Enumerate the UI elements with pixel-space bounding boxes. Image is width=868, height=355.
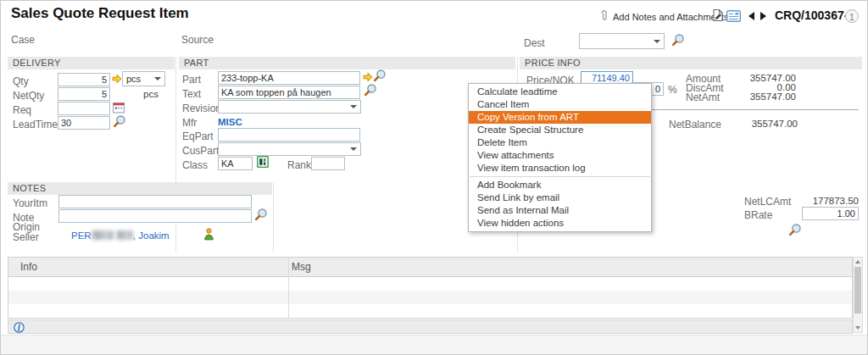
- menu-item-calculate-leadtime[interactable]: Calculate leadtime: [469, 86, 651, 98]
- table-header: Info Msg: [8, 258, 852, 277]
- discount-unit-label: %: [668, 84, 677, 96]
- class-input[interactable]: [218, 157, 253, 170]
- note-input[interactable]: [58, 209, 252, 223]
- netlcamt-value: 177873.50: [789, 196, 859, 206]
- part-search-icon[interactable]: [372, 69, 387, 83]
- dest-combobox[interactable]: [579, 33, 665, 49]
- table-row[interactable]: [8, 304, 852, 318]
- netamt-value: 355747.00: [726, 92, 796, 102]
- seller-link[interactable]: PER , Joakim: [71, 230, 170, 241]
- netamt-label: NetAmt: [686, 92, 720, 103]
- youritm-label: YourItm: [13, 197, 47, 209]
- column-header-info[interactable]: Info: [20, 261, 37, 273]
- notes-section-header: NOTES: [8, 182, 272, 195]
- seller-label: Seller: [13, 231, 39, 243]
- info-icon[interactable]: [14, 322, 25, 333]
- revision-label: Revision: [182, 103, 221, 114]
- chevron-down-icon: [154, 77, 161, 80]
- column-header-msg[interactable]: Msg: [292, 261, 311, 273]
- revision-combobox[interactable]: [218, 100, 361, 114]
- attachments-panel-icon[interactable]: [726, 10, 741, 22]
- netqty-unit: pcs: [143, 89, 159, 99]
- menu-item-copy-version-from-art[interactable]: Copy Version from ART: [469, 111, 651, 124]
- dest-label: Dest: [524, 37, 545, 49]
- scroll-down-icon[interactable]: [855, 326, 860, 330]
- menu-item-delete-item[interactable]: Delete Item: [469, 136, 651, 149]
- req-label: Req: [13, 104, 31, 116]
- seller-name-redacted: [116, 230, 133, 240]
- text-input[interactable]: [218, 86, 360, 99]
- info-msg-table: Info Msg: [8, 257, 853, 319]
- dest-search-icon[interactable]: [670, 33, 685, 47]
- paperclip-icon: [599, 9, 609, 23]
- table-row[interactable]: [8, 277, 852, 291]
- scrollbar-thumb[interactable]: [854, 267, 861, 313]
- note-search-icon[interactable]: [253, 208, 268, 222]
- eqpart-input[interactable]: [218, 128, 360, 141]
- bottom-filler: [1, 335, 867, 355]
- table-column-divider: [288, 258, 289, 318]
- part-input[interactable]: [218, 71, 360, 85]
- menu-separator: [470, 176, 650, 177]
- column-divider: [175, 57, 176, 252]
- rank-label: Rank: [287, 159, 311, 171]
- qty-uom-value: pcs: [126, 74, 141, 84]
- source-label: Source: [181, 34, 214, 46]
- add-notes-attachments-label[interactable]: Add Notes and Attachments: [613, 12, 728, 22]
- mfr-link[interactable]: MISC: [218, 117, 242, 127]
- next-record-icon[interactable]: [760, 12, 766, 20]
- table-scrollbar[interactable]: [853, 257, 863, 333]
- notes-document-icon[interactable]: [712, 8, 724, 22]
- seller-name-suffix: , Joakim: [133, 230, 170, 241]
- delivery-section-header: DELIVERY: [8, 57, 175, 69]
- seller-name-redacted: [92, 230, 114, 240]
- menu-item-view-item-transaction-log[interactable]: View item transaction log: [469, 162, 651, 175]
- youritm-input[interactable]: [58, 195, 252, 208]
- context-menu: Calculate leadtime Cancel Item Copy Vers…: [468, 83, 652, 232]
- classification-icon[interactable]: [257, 156, 269, 168]
- previous-record-icon[interactable]: [748, 12, 754, 20]
- menu-item-send-as-internal-mail[interactable]: Send as Internal Mail: [469, 204, 651, 217]
- menu-item-create-special-structure[interactable]: Create Special Structure: [469, 124, 651, 136]
- seller-name-prefix: PER: [71, 230, 92, 241]
- menu-item-send-link-by-email[interactable]: Send Link by email: [469, 191, 651, 204]
- calendar-icon[interactable]: [113, 102, 125, 114]
- person-icon[interactable]: [203, 228, 214, 241]
- table-row[interactable]: [8, 291, 852, 304]
- brate-search-icon[interactable]: [787, 223, 802, 237]
- menu-item-add-bookmark[interactable]: Add Bookmark: [469, 179, 651, 191]
- class-label: Class: [182, 159, 208, 171]
- rank-input[interactable]: [311, 157, 345, 170]
- leadtime-label: LeadTime: [13, 119, 58, 130]
- price-info-section-header: PRICE INFO: [520, 57, 862, 69]
- chevron-down-icon: [654, 40, 660, 43]
- sales-quote-request-item-window: Sales Quote Request Item Add Notes and A…: [0, 0, 868, 355]
- part-label: Part: [182, 74, 201, 86]
- menu-item-view-hidden-actions[interactable]: View hidden actions: [469, 217, 651, 230]
- brate-input[interactable]: [802, 207, 859, 220]
- part-section-header: PART: [179, 57, 515, 69]
- qty-navigate-icon[interactable]: [112, 74, 122, 84]
- text-label: Text: [182, 88, 201, 100]
- netbalance-value: 355747.00: [728, 119, 798, 129]
- netqty-input[interactable]: [58, 87, 110, 101]
- netqty-label: NetQty: [13, 90, 44, 102]
- leadtime-input[interactable]: [58, 116, 110, 130]
- text-search-icon[interactable]: [363, 83, 377, 97]
- record-count-badge[interactable]: 1: [845, 9, 859, 23]
- brate-label: BRate: [744, 209, 772, 221]
- menu-item-view-attachments[interactable]: View attachments: [469, 149, 651, 162]
- column-divider: [273, 182, 274, 252]
- mfr-label: Mfr: [182, 117, 197, 129]
- chevron-down-icon: [350, 105, 357, 108]
- req-date-input[interactable]: [58, 102, 110, 115]
- qty-uom-combobox[interactable]: pcs: [122, 71, 165, 86]
- table-status-bar: [8, 319, 853, 334]
- qty-input[interactable]: [58, 73, 110, 86]
- menu-item-cancel-item[interactable]: Cancel Item: [469, 98, 651, 111]
- leadtime-search-icon[interactable]: [112, 114, 126, 129]
- cuspart-combobox[interactable]: [218, 142, 361, 156]
- page-title: Sales Quote Request Item: [11, 5, 189, 22]
- scroll-up-icon[interactable]: [855, 260, 860, 263]
- chevron-down-icon: [350, 147, 357, 151]
